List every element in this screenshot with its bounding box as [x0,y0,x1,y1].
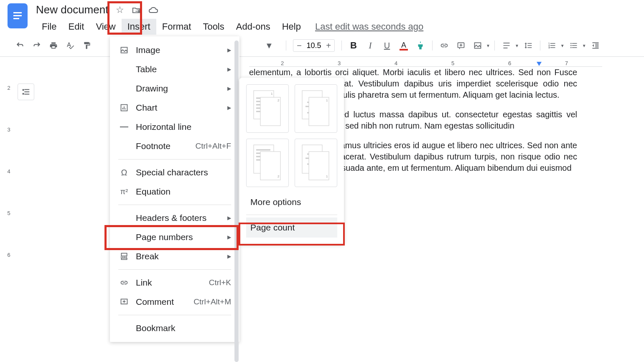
svg-rect-0 [13,12,22,13]
comment-button[interactable] [453,38,468,53]
menu-label: Drawing [136,84,227,94]
menu-item-headers-footers[interactable]: Headers & footers ▶ [110,208,239,228]
separator [286,41,286,51]
insert-dropdown: Image ▶ Table ▶ Drawing ▶ Chart ▶ Horizo… [110,36,239,342]
menu-insert[interactable]: Insert [122,19,156,35]
menu-label: Table [136,64,227,74]
docs-logo[interactable] [8,3,28,28]
ruler-tick: 2 [281,60,284,66]
separator [118,205,231,205]
menu-item-horizontal-line[interactable]: Horizontal line [110,117,239,137]
menu-bar: File Edit View Insert Format Tools Add-o… [36,19,644,35]
ruler-horizontal: 2 3 4 5 6 7 [249,60,602,67]
menu-tools[interactable]: Tools [197,19,230,35]
underline-button[interactable]: U [379,38,395,53]
menu-item-page-numbers[interactable]: Page numbers ▶ [110,228,239,247]
dropdown-arrow-icon[interactable]: ▼ [582,43,586,48]
svg-rect-1 [13,15,22,16]
print-button[interactable] [46,38,61,53]
separator [432,41,433,51]
table-icon [118,64,130,74]
font-size-increase[interactable]: + [323,40,334,51]
menu-label: Equation [136,187,231,197]
ruler-marker-icon[interactable] [537,62,542,66]
submenu-page-count[interactable]: Page count [246,218,337,238]
scrollbar[interactable] [234,41,239,362]
menu-item-break[interactable]: Break ▶ [110,247,239,266]
menu-format[interactable]: Format [156,19,197,35]
menu-item-chart[interactable]: Chart ▶ [110,98,239,117]
link-icon [118,278,130,288]
star-icon[interactable]: ☆ [116,5,124,15]
ruler-tick: 3 [338,60,341,66]
redo-button[interactable] [29,38,44,53]
ruler-tick: 6 [5,234,13,276]
menu-item-comment[interactable]: Comment Ctrl+Alt+M [110,292,239,311]
page-numbers-icon [118,232,130,242]
menu-label: Chart [136,103,227,113]
submenu-arrow-icon: ▶ [227,66,231,72]
menu-item-drawing[interactable]: Drawing ▶ [110,79,239,98]
ruler-tick: 5 [451,60,454,66]
svg-text:2: 2 [277,99,280,102]
align-button[interactable] [499,38,514,53]
menu-item-footnote[interactable]: Footnote Ctrl+Alt+F [110,137,239,156]
cloud-status-icon[interactable] [148,6,158,14]
separator [341,41,342,51]
image-button[interactable] [470,38,485,53]
highlight-button[interactable] [413,38,428,53]
break-icon [118,251,130,261]
menu-label: Footnote [136,141,195,151]
menu-item-special-characters[interactable]: Ω Special characters [110,163,239,182]
submenu-arrow-icon: ▶ [227,105,231,111]
link-button[interactable] [437,38,452,53]
separator [118,159,231,159]
toolbar: ▼ − 10.5 + B I U A ▼ ▼ ▼ ▼ [0,35,644,57]
page-number-option-3[interactable]: 12 [246,139,289,187]
menu-view[interactable]: View [90,19,121,35]
paint-format-button[interactable] [79,38,94,53]
submenu-more-options[interactable]: More options [246,192,337,212]
page-number-option-2[interactable]: 1 [295,84,337,133]
ruler-tick: 4 [395,60,397,66]
menu-label: Link [136,278,209,288]
separator [540,41,540,51]
menu-item-table[interactable]: Table ▶ [110,60,239,79]
italic-button[interactable]: I [363,38,378,53]
dropdown-arrow-icon[interactable]: ▼ [515,43,519,48]
page-number-option-4[interactable]: 1 [295,139,337,187]
line-spacing-button[interactable] [521,38,536,53]
spellcheck-button[interactable] [63,38,78,53]
last-edit-link[interactable]: Last edit was seconds ago [315,21,423,32]
menu-help[interactable]: Help [276,19,307,35]
text-color-button[interactable]: A [396,38,411,53]
numbered-list-button[interactable] [545,38,560,53]
menu-item-bookmark[interactable]: Bookmark [110,319,239,338]
menu-label: Headers & footers [136,213,227,223]
ruler-tick: 5 [5,192,13,234]
menu-edit[interactable]: Edit [62,19,90,35]
menu-addons[interactable]: Add-ons [230,19,276,35]
svg-rect-13 [121,253,127,256]
menu-label: Break [136,251,227,261]
menu-file[interactable]: File [36,19,62,35]
chart-icon [118,103,130,113]
bulleted-list-button[interactable] [566,38,581,53]
document-title[interactable]: New document [36,3,108,16]
undo-button[interactable] [13,38,28,53]
indent-decrease-button[interactable] [588,38,603,53]
dropdown-arrow-icon[interactable]: ▼ [486,43,490,48]
dropdown-arrow-icon[interactable]: ▼ [560,43,565,48]
font-size-decrease[interactable]: − [293,40,305,51]
bold-button[interactable]: B [346,38,361,53]
menu-item-image[interactable]: Image ▶ [110,41,239,60]
font-size-value[interactable]: 10.5 [305,41,323,50]
menu-item-equation[interactable]: π² Equation [110,182,239,201]
menu-item-link[interactable]: Link Ctrl+K [110,273,239,292]
outline-toggle-button[interactable] [18,84,34,100]
menu-label: Special characters [136,167,231,177]
page-number-option-1[interactable]: 12 [246,84,289,133]
ruler-tick: 6 [508,60,511,66]
move-icon[interactable] [132,5,141,15]
font-dropdown[interactable]: ▼ [257,38,282,53]
